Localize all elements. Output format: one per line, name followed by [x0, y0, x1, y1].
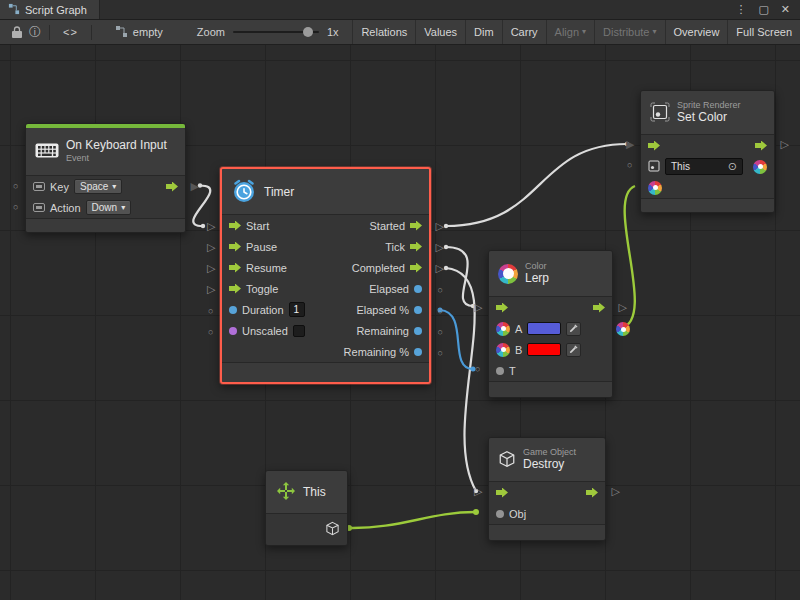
- duration-field[interactable]: 1: [289, 302, 305, 317]
- toggle-port[interactable]: [229, 284, 241, 294]
- elapsed-ext-port[interactable]: ○: [438, 286, 443, 295]
- carry-button[interactable]: Carry: [502, 20, 546, 44]
- caret-down-icon: ▾: [112, 183, 116, 191]
- resume-port[interactable]: [229, 263, 241, 273]
- duration-ext-port[interactable]: ○: [208, 307, 213, 316]
- start-port[interactable]: [229, 221, 241, 231]
- flow-out-ext-port[interactable]: ▶: [191, 181, 199, 192]
- node-header[interactable]: Color Lerp: [489, 251, 612, 297]
- node-color-lerp[interactable]: Color Lerp A B T ▷ ○ ▷: [488, 250, 613, 398]
- completed-port[interactable]: [410, 263, 422, 273]
- remaining-pct-ext-port[interactable]: ○: [438, 349, 443, 358]
- flow-in-ext-port[interactable]: ▶: [626, 139, 634, 150]
- wire-tick-to-lerp[interactable]: [446, 247, 473, 306]
- remaining-port[interactable]: [414, 327, 422, 335]
- result-color-port[interactable]: [753, 160, 767, 174]
- node-timer[interactable]: Timer StartStarted PauseTick ResumeCompl…: [220, 167, 431, 384]
- t-port[interactable]: [496, 367, 504, 375]
- info-icon[interactable]: ⓘ: [26, 20, 44, 44]
- node-on-keyboard-input[interactable]: On Keyboard Input Event Key Space▾ Actio…: [25, 123, 186, 233]
- distribute-button[interactable]: Distribute▾: [594, 20, 664, 44]
- eyedropper-icon[interactable]: [566, 322, 581, 336]
- wire-completed-to-destroy[interactable]: [446, 268, 476, 491]
- started-ext-port[interactable]: ▷: [436, 221, 444, 232]
- tick-ext-port[interactable]: ▷: [436, 242, 444, 253]
- flow-out-port[interactable]: [593, 303, 605, 313]
- dim-button[interactable]: Dim: [465, 20, 502, 44]
- completed-ext-port[interactable]: ▷: [436, 263, 444, 274]
- elapsed-port[interactable]: [414, 285, 422, 293]
- lock-icon[interactable]: [8, 20, 26, 44]
- flow-out-ext-port[interactable]: ▷: [781, 139, 789, 150]
- flow-in-ext-port[interactable]: ▷: [474, 302, 482, 313]
- key-input-port[interactable]: ○: [13, 182, 18, 191]
- gameobject-cube-icon[interactable]: [325, 521, 340, 538]
- tab-script-graph[interactable]: Script Graph: [0, 0, 100, 19]
- remaining-pct-port[interactable]: [414, 348, 422, 356]
- zoom-slider-handle[interactable]: [303, 27, 313, 37]
- obj-port[interactable]: [496, 510, 504, 518]
- window-close-icon[interactable]: ✕: [781, 3, 790, 16]
- remaining-ext-port[interactable]: ○: [438, 328, 443, 337]
- wire-elapsedpct-to-t[interactable]: [440, 310, 473, 369]
- flow-out-port[interactable]: [586, 488, 598, 498]
- a-label: A: [515, 323, 522, 335]
- elapsed-pct-port[interactable]: [414, 306, 422, 314]
- wire-this-to-obj[interactable]: [349, 512, 475, 528]
- duration-port[interactable]: [229, 306, 237, 314]
- fullscreen-button[interactable]: Full Screen: [727, 20, 800, 44]
- flow-in-ext-port[interactable]: ▷: [474, 486, 482, 497]
- pause-ext-port[interactable]: ▷: [207, 242, 215, 253]
- flow-out-ext-port[interactable]: ▷: [619, 302, 627, 313]
- zoom-slider[interactable]: [233, 31, 319, 33]
- color-in-port[interactable]: [648, 181, 662, 195]
- unscaled-ext-port[interactable]: ○: [208, 328, 213, 337]
- flow-in-port[interactable]: [496, 488, 508, 498]
- node-header[interactable]: On Keyboard Input Event: [26, 128, 185, 176]
- toggle-ext-port[interactable]: ▷: [207, 284, 215, 295]
- align-button[interactable]: Align▾: [546, 20, 594, 44]
- resume-ext-port[interactable]: ▷: [207, 263, 215, 274]
- pause-port[interactable]: [229, 242, 241, 252]
- unscaled-port[interactable]: [229, 327, 237, 335]
- t-ext-port[interactable]: ○: [475, 365, 480, 374]
- this-object-field[interactable]: This⊙: [665, 158, 743, 175]
- overview-button[interactable]: Overview: [665, 20, 728, 44]
- action-dropdown[interactable]: Down▾: [86, 200, 132, 215]
- node-header[interactable]: Timer: [222, 169, 429, 215]
- node-header[interactable]: Sprite Renderer Set Color: [641, 91, 774, 135]
- node-header[interactable]: Game Object Destroy: [489, 438, 605, 482]
- start-ext-port[interactable]: ▷: [207, 221, 215, 232]
- elapsed-pct-ext-port[interactable]: ○: [438, 307, 443, 316]
- flow-out-ext-port[interactable]: ▷: [612, 486, 620, 497]
- node-title: Timer: [264, 185, 294, 199]
- wire-started-to-setcolor[interactable]: [446, 144, 627, 226]
- unscaled-checkbox[interactable]: [293, 325, 305, 337]
- flow-in-port[interactable]: [648, 141, 660, 151]
- node-set-color[interactable]: Sprite Renderer Set Color This⊙ ▶ ○ ▷: [640, 90, 775, 213]
- key-dropdown[interactable]: Space▾: [74, 179, 122, 194]
- event-flow-out-port[interactable]: [166, 182, 178, 192]
- window-menu-icon[interactable]: ⋮: [735, 3, 746, 16]
- node-this[interactable]: This: [265, 470, 348, 546]
- relations-button[interactable]: Relations: [352, 20, 415, 44]
- code-icon[interactable]: <>: [55, 26, 86, 38]
- window-maximize-icon[interactable]: ▢: [758, 3, 768, 16]
- tick-port[interactable]: [410, 242, 422, 252]
- color-a-swatch[interactable]: [527, 322, 561, 335]
- node-destroy[interactable]: Game Object Destroy Obj ▷ ▷: [488, 437, 606, 541]
- object-picker-icon[interactable]: ⊙: [728, 160, 737, 173]
- flow-out-port[interactable]: [755, 141, 767, 151]
- graph-canvas[interactable]: On Keyboard Input Event Key Space▾ Actio…: [0, 45, 800, 600]
- target-ext-port[interactable]: ○: [627, 161, 632, 170]
- remaining-pct-label: Remaining %: [344, 346, 409, 358]
- action-input-port[interactable]: ○: [13, 203, 18, 212]
- eyedropper-icon[interactable]: [566, 343, 581, 357]
- node-footer: [641, 198, 774, 212]
- flow-in-port[interactable]: [496, 303, 508, 313]
- color-b-swatch[interactable]: [527, 343, 561, 356]
- overview-label: Overview: [674, 26, 720, 38]
- started-port[interactable]: [410, 221, 422, 231]
- values-button[interactable]: Values: [415, 20, 465, 44]
- result-color-ext-port[interactable]: [616, 322, 630, 336]
